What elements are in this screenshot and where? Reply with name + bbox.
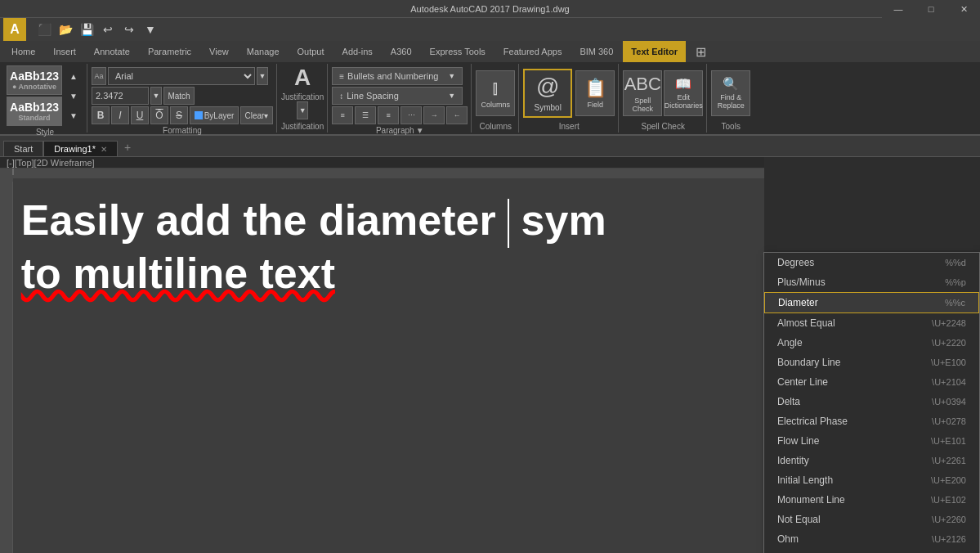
justification-group: A Justification ▼ Justification — [278, 64, 328, 133]
menu-not-equal-shortcut: \U+2260 — [932, 515, 966, 524]
outdent-btn[interactable]: ← — [446, 106, 468, 124]
columns-label: Columns — [481, 101, 510, 109]
menu-diameter[interactable]: Diameter %%c — [764, 292, 979, 313]
tab-overflow[interactable]: ⊞ — [687, 41, 714, 62]
qa-undo[interactable]: ↩ — [98, 20, 118, 38]
tab-output[interactable]: Output — [289, 41, 333, 62]
clear-btn[interactable]: Clear▾ — [240, 106, 273, 124]
font-dropdown[interactable]: ▼ — [257, 67, 268, 85]
edit-dict-btn[interactable]: 📖 EditDictionaries — [664, 70, 703, 116]
canvas-area[interactable]: Easily add the diameter sym to multiline… — [13, 178, 764, 553]
style-standard[interactable]: AaBb123 Standard — [7, 97, 62, 126]
menu-almost-equal[interactable]: Almost Equal \U+2248 — [764, 313, 979, 333]
tab-bim360[interactable]: BIM 360 — [571, 41, 621, 62]
line-spacing-btn[interactable]: ↕ Line Spacing ▼ — [332, 87, 463, 105]
color-label[interactable]: ByLayer — [190, 106, 239, 124]
menu-boundary-line-label: Boundary Line — [777, 357, 840, 368]
menu-electrical-phase-shortcut: \U+0278 — [932, 416, 966, 426]
bullets-btn[interactable]: ≡ Bullets and Numbering ▼ — [332, 67, 463, 85]
style-scroll-dn[interactable]: ▼ — [64, 87, 83, 105]
ribbon-tabs: Home Insert Annotate Parametric View Man… — [0, 41, 980, 62]
columns-btn[interactable]: ⫿ Columns — [476, 70, 515, 116]
menu-boundary-line[interactable]: Boundary Line \U+E100 — [764, 353, 979, 372]
menu-boundary-line-shortcut: \U+E100 — [931, 357, 966, 367]
menu-not-equal[interactable]: Not Equal \U+2260 — [764, 510, 979, 529]
menu-almost-equal-shortcut: \U+2248 — [932, 318, 966, 328]
align-center-btn[interactable]: ☰ — [355, 106, 376, 124]
tab-addins[interactable]: Add-ins — [334, 41, 381, 62]
underline-btn[interactable]: U — [131, 106, 149, 124]
menu-monument-line[interactable]: Monument Line \U+E102 — [764, 490, 979, 510]
qa-dropdown[interactable]: ▼ — [141, 20, 160, 38]
title-bar: Autodesk AutoCAD 2017 Drawing1.dwg — □ ✕ — [0, 0, 980, 18]
menu-center-line-shortcut: \U+2104 — [932, 377, 966, 387]
distribute-btn[interactable]: ⋯ — [401, 106, 422, 124]
menu-identity[interactable]: Identity \U+2261 — [764, 451, 979, 470]
menu-ohm[interactable]: Ohm \U+2126 — [764, 529, 979, 549]
qa-open[interactable]: 📂 — [56, 20, 75, 38]
text-cursor — [508, 199, 509, 248]
menu-electrical-phase[interactable]: Electrical Phase \U+0278 — [764, 411, 979, 431]
ribbon: AaBb123 ● Annotative AaBb123 Standard ▲ … — [0, 62, 980, 136]
find-replace-btn[interactable]: 🔍 Find &Replace — [711, 70, 750, 116]
menu-initial-length[interactable]: Initial Length \U+E200 — [764, 470, 979, 490]
tab-texteditor[interactable]: Text Editor — [623, 41, 686, 62]
menu-degrees[interactable]: Degrees %%d — [764, 253, 979, 272]
tab-start[interactable]: Start — [3, 141, 43, 156]
spell-check-btn[interactable]: ABC SpellCheck — [623, 70, 662, 116]
paragraph-expand[interactable]: ▼ — [416, 126, 424, 135]
align-right-btn[interactable]: ≡ — [378, 106, 399, 124]
tab-drawing1-close[interactable]: ✕ — [101, 145, 107, 154]
tab-a360[interactable]: A360 — [383, 41, 420, 62]
strikethrough-btn[interactable]: S — [170, 106, 188, 124]
menu-plusminus[interactable]: Plus/Minus %%p — [764, 272, 979, 292]
app-logo: A — [3, 18, 26, 41]
menu-almost-equal-label: Almost Equal — [777, 317, 835, 329]
tab-drawing1[interactable]: Drawing1* ✕ — [43, 141, 118, 156]
close-button[interactable]: ✕ — [947, 0, 980, 18]
menu-flow-line[interactable]: Flow Line \U+E101 — [764, 431, 979, 451]
symbol-btn[interactable]: @ Symbol — [523, 69, 572, 118]
bold-btn[interactable]: B — [92, 106, 110, 124]
menu-flow-line-label: Flow Line — [777, 435, 819, 447]
style-more[interactable]: ▼ — [64, 106, 83, 124]
menu-degrees-label: Degrees — [777, 257, 814, 268]
qa-redo[interactable]: ↪ — [119, 20, 139, 38]
menu-angle[interactable]: Angle \U+2220 — [764, 333, 979, 353]
menu-identity-shortcut: \U+2261 — [932, 456, 966, 465]
tab-featured[interactable]: Featured Apps — [495, 41, 571, 62]
annotation-btn[interactable]: Aa — [92, 67, 106, 85]
font-select[interactable]: Arial — [108, 67, 255, 85]
title-text: Autodesk AutoCAD 2017 Drawing1.dwg — [410, 4, 569, 14]
tab-home[interactable]: Home — [3, 41, 43, 62]
tab-annotate[interactable]: Annotate — [86, 41, 138, 62]
menu-omega[interactable]: Omega \U+03A9 — [764, 549, 979, 553]
minimize-button[interactable]: — — [882, 0, 915, 18]
menu-delta[interactable]: Delta \U+0394 — [764, 392, 979, 411]
symbol-icon: @ — [536, 74, 559, 100]
menu-center-line[interactable]: Center Line \U+2104 — [764, 372, 979, 392]
qa-new[interactable]: ⬛ — [34, 20, 54, 38]
menu-diameter-label: Diameter — [778, 297, 818, 308]
tab-parametric[interactable]: Parametric — [140, 41, 199, 62]
maximize-button[interactable]: □ — [915, 0, 947, 18]
tab-manage[interactable]: Manage — [239, 41, 288, 62]
indent-btn[interactable]: → — [423, 106, 445, 124]
overline-btn[interactable]: Ō — [150, 106, 168, 124]
style-annotative[interactable]: AaBb123 ● Annotative — [7, 65, 62, 95]
tab-view[interactable]: View — [201, 41, 237, 62]
tab-insert[interactable]: Insert — [45, 41, 84, 62]
style-scroll-up[interactable]: ▲ — [64, 67, 83, 85]
font-size-input[interactable] — [92, 87, 149, 105]
italic-btn[interactable]: I — [111, 106, 129, 124]
tab-add-btn[interactable]: + — [118, 138, 137, 156]
field-btn[interactable]: 📋 Field — [575, 70, 615, 116]
justification-dropdown[interactable]: ▼ — [297, 101, 308, 119]
menu-diameter-shortcut: %%c — [945, 298, 965, 308]
formatting-group: Aa Arial ▼ ▼ Match B I U — [88, 64, 277, 133]
match-btn[interactable]: Match — [163, 87, 195, 105]
size-dropdown[interactable]: ▼ — [150, 87, 162, 105]
align-left-btn[interactable]: ≡ — [332, 106, 353, 124]
qa-save[interactable]: 💾 — [77, 20, 96, 38]
tab-express[interactable]: Express Tools — [422, 41, 494, 62]
